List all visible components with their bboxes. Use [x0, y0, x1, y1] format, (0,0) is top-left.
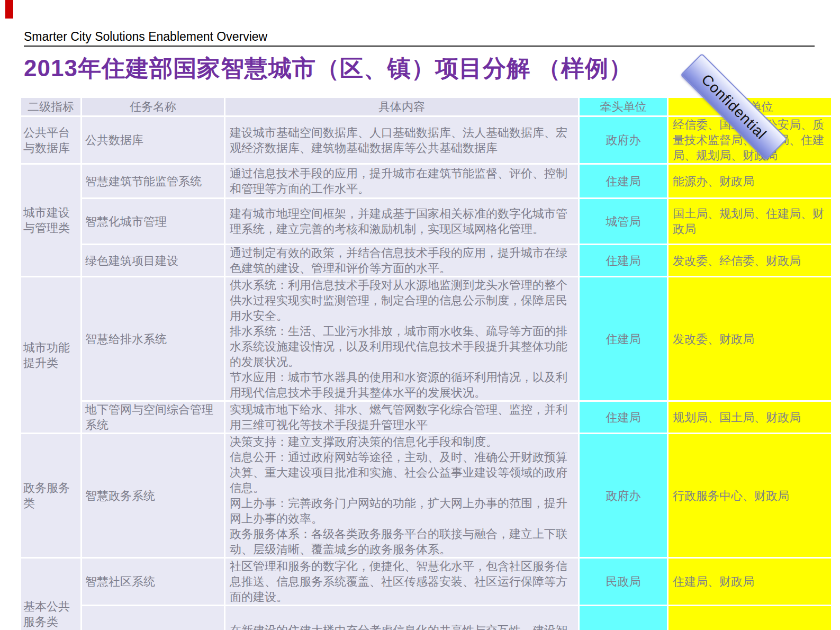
- slide: Smarter City Solutions Enablement Overvi…: [0, 0, 840, 630]
- content-cell: 决策支持：建立支撑政府决策的信息化手段和制度。 信息公开：通过政府网站等途径，主…: [225, 434, 578, 557]
- group-cell: 基本公共 服务类: [21, 559, 80, 630]
- table-row: 城市功能 提升类 智慧给排水系统 供水系统：利用信息技术手段对从水源地监测到龙头…: [21, 277, 831, 400]
- table-row: 城市建设 与管理类 智慧建筑节能监管系统 通过信息技术手段的应用，提升城市在建筑…: [21, 165, 831, 197]
- col-header-task: 任务名称: [82, 98, 224, 115]
- content-cell: 实现城市地下给水、排水、燃气管网数字化综合管理、监控，并利用三维可视化等技术手段…: [225, 402, 578, 433]
- lead-unit-cell: 城管局: [580, 199, 667, 244]
- content-cell: 建设城市基础空间数据库、人口基础数据库、法人基础数据库、宏观经济数据库、建筑物基…: [225, 117, 578, 163]
- lead-unit-cell: 政府办: [580, 117, 667, 163]
- content-cell: 在新建设的住建大楼中充分考虑信息化的共享性与交互性，建设智慧住建平台管理系统，构…: [225, 606, 578, 630]
- support-unit-cell: 能源办、财政局: [669, 165, 831, 197]
- col-header-content: 具体内容: [225, 98, 578, 115]
- support-unit-cell: 财政局: [669, 606, 831, 630]
- lead-unit-cell: 住建局: [580, 606, 667, 630]
- table-row: 地下管网与空间综合管理系统 实现城市地下给水、排水、燃气管网数字化综合管理、监控…: [21, 402, 831, 433]
- content-cell: 社区管理和服务的数字化，便捷化、智慧化水平，包含社区服务信息推送、信息服务系统覆…: [225, 559, 578, 605]
- task-cell: 智慧建筑节能监管系统: [82, 165, 224, 197]
- projects-table: 二级指标 任务名称 具体内容 牵头单位 配合单位 公共平台 与数据库 公共数据库…: [20, 96, 833, 630]
- lead-unit-cell: 住建局: [580, 165, 667, 197]
- content-cell: 供水系统：利用信息技术手段对从水源地监测到龙头水管理的整个供水过程实现实时监测管…: [225, 277, 578, 400]
- support-unit-cell: 住建局、财政局: [669, 559, 831, 605]
- task-cell: 住建局智慧管理系统: [82, 606, 224, 630]
- task-cell: 智慧化城市管理: [82, 199, 224, 244]
- lead-unit-cell: 住建局: [580, 402, 667, 433]
- support-unit-cell: 发改委、经信委、财政局: [669, 245, 831, 276]
- group-cell: 政务服务 类: [21, 434, 80, 557]
- group-cell: 城市建设 与管理类: [21, 165, 80, 276]
- table-row: 绿色建筑项目建设 通过制定有效的政策，并结合信息技术手段的应用，提升城市在绿色建…: [21, 245, 831, 276]
- group-cell: 城市功能 提升类: [21, 277, 80, 433]
- table-row: 住建局智慧管理系统 在新建设的住建大楼中充分考虑信息化的共享性与交互性，建设智慧…: [21, 606, 831, 630]
- content-cell: 建有城市地理空间框架，并建成基于国家相关标准的数字化城市管理系统，建立完善的考核…: [225, 199, 578, 244]
- support-unit-cell: 规划局、国土局、财政局: [669, 402, 831, 433]
- content-cell: 通过信息技术手段的应用，提升城市在建筑节能监督、评价、控制和管理等方面的工作水平…: [225, 165, 578, 197]
- task-cell: 公共数据库: [82, 117, 224, 163]
- task-cell: 智慧给排水系统: [82, 277, 224, 400]
- task-cell: 绿色建筑项目建设: [82, 245, 224, 276]
- col-header-indicator: 二级指标: [21, 98, 80, 115]
- table-row: 公共平台 与数据库 公共数据库 建设城市基础空间数据库、人口基础数据库、法人基础…: [21, 117, 831, 163]
- lead-unit-cell: 住建局: [580, 277, 667, 400]
- lead-unit-cell: 住建局: [580, 245, 667, 276]
- task-cell: 智慧社区系统: [82, 559, 224, 605]
- lead-unit-cell: 民政局: [580, 559, 667, 605]
- task-cell: 智慧政务系统: [82, 434, 224, 557]
- task-cell: 地下管网与空间综合管理系统: [82, 402, 224, 433]
- page-title: 2013年住建部国家智慧城市（区、镇）项目分解 （样例）: [24, 53, 633, 84]
- table-row: 智慧化城市管理 建有城市地理空间框架，并建成基于国家相关标准的数字化城市管理系统…: [21, 199, 831, 244]
- slide-eyebrow: Smarter City Solutions Enablement Overvi…: [24, 30, 267, 44]
- red-corner-mark: [5, 0, 13, 19]
- table-row: 基本公共 服务类 智慧社区系统 社区管理和服务的数字化，便捷化、智慧化水平，包含…: [21, 559, 831, 605]
- group-cell: 公共平台 与数据库: [21, 117, 80, 163]
- header-divider: [24, 46, 815, 47]
- content-cell: 通过制定有效的政策，并结合信息技术手段的应用，提升城市在绿色建筑的建设、管理和评…: [225, 245, 578, 276]
- lead-unit-cell: 政府办: [580, 434, 667, 557]
- col-header-lead-unit: 牵头单位: [580, 98, 667, 115]
- support-unit-cell: 行政服务中心、财政局: [669, 434, 831, 557]
- table-row: 政务服务 类 智慧政务系统 决策支持：建立支撑政府决策的信息化手段和制度。 信息…: [21, 434, 831, 557]
- support-unit-cell: 国土局、规划局、住建局、财政局: [669, 199, 831, 244]
- support-unit-cell: 发改委、财政局: [669, 277, 831, 400]
